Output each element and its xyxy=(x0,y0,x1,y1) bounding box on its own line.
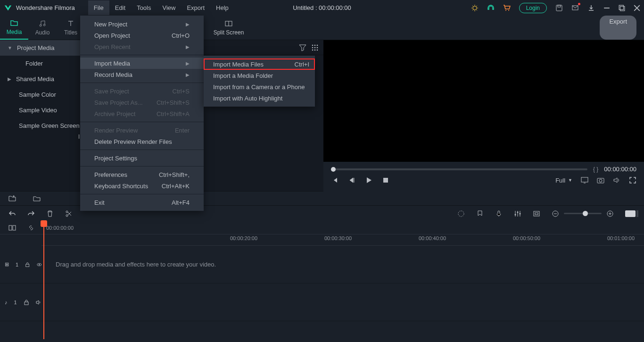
stop-button[interactable] xyxy=(382,176,389,184)
menu-open-project[interactable]: Open ProjectCtrl+O xyxy=(80,30,204,41)
svg-rect-36 xyxy=(13,225,16,230)
menu-delete-render-files[interactable]: Delete Preview Render Files xyxy=(80,136,204,147)
menu-new-project[interactable]: New Project▶ xyxy=(80,18,204,30)
menu-file[interactable]: File xyxy=(88,0,109,15)
menu-help[interactable]: Help xyxy=(210,0,234,15)
text-icon xyxy=(67,20,74,27)
sidebar-shared-media[interactable]: ▶Shared Media xyxy=(0,71,82,87)
message-icon[interactable] xyxy=(571,4,579,12)
cart-icon[interactable] xyxy=(503,4,511,12)
menu-save-project-as[interactable]: Save Project As...Ctrl+Shift+S xyxy=(80,97,204,108)
track-body[interactable] xyxy=(41,284,644,321)
track-body[interactable]: Drag and drop media and effects here to … xyxy=(41,246,644,283)
svg-point-26 xyxy=(458,211,464,217)
export-button[interactable]: Export xyxy=(600,16,636,40)
ruler-mark: 00:00:20:00 xyxy=(230,235,257,241)
video-track[interactable]: ⊞1 Drag and drop media and effects here … xyxy=(0,246,644,284)
sidebar-label: Project Media xyxy=(17,44,54,51)
eye-icon[interactable] xyxy=(37,261,41,268)
split-button[interactable] xyxy=(65,210,73,217)
fullscreen-icon[interactable] xyxy=(629,176,636,184)
login-button[interactable]: Login xyxy=(519,3,547,13)
chevron-down-icon: ▼ xyxy=(568,178,572,183)
menu-project-settings[interactable]: Project Settings xyxy=(80,152,204,164)
prev-frame-button[interactable] xyxy=(331,176,339,184)
ruler-mark: 00:00:50:00 xyxy=(513,235,540,241)
play-button[interactable] xyxy=(365,176,372,184)
zoom-in-button[interactable] xyxy=(606,210,614,217)
add-folder-icon[interactable] xyxy=(8,195,16,202)
menu-record-media[interactable]: Record Media▶ xyxy=(80,69,204,80)
submenu-import-folder[interactable]: Import a Media Folder xyxy=(204,70,315,81)
volume-icon[interactable] xyxy=(613,176,620,184)
sidebar-folder[interactable]: Folder xyxy=(0,56,82,71)
music-icon xyxy=(39,20,46,27)
sidebar-project-media[interactable]: ▼Project Media xyxy=(0,40,82,56)
scrub-slider[interactable] xyxy=(331,168,587,170)
submenu-arrow-icon: ▶ xyxy=(186,72,190,77)
menu-exit[interactable]: ExitAlt+F4 xyxy=(80,197,204,208)
playhead[interactable] xyxy=(43,221,44,339)
top-menu: File Edit Tools View Export Help xyxy=(88,0,234,15)
menu-open-recent[interactable]: Open Recent▶ xyxy=(80,41,204,52)
minimize-button[interactable] xyxy=(603,5,610,11)
sidebar-sample-color[interactable]: Sample Color xyxy=(0,87,82,102)
lock-icon[interactable] xyxy=(25,261,30,268)
filter-icon[interactable] xyxy=(299,44,306,51)
match-frame-icon[interactable] xyxy=(8,224,16,232)
chevron-right-icon: ▶ xyxy=(8,76,11,82)
voiceover-icon[interactable] xyxy=(495,210,503,217)
quality-dropdown[interactable]: Full▼ xyxy=(555,177,572,184)
support-icon[interactable] xyxy=(487,4,495,12)
menu-import-media[interactable]: Import Media▶ xyxy=(80,58,204,69)
tab-audio[interactable]: Audio xyxy=(28,16,57,40)
menu-keyboard-shortcuts[interactable]: Keyboard ShortcutsCtrl+Alt+K xyxy=(80,180,204,192)
menu-render-preview[interactable]: Render PreviewEnter xyxy=(80,125,204,136)
display-icon[interactable] xyxy=(581,176,588,184)
maximize-button[interactable] xyxy=(619,5,625,11)
submenu-import-files[interactable]: Import Media FilesCtrl+I xyxy=(204,58,315,70)
menu-archive-project[interactable]: Archive ProjectCtrl+Shift+A xyxy=(80,108,204,119)
crop-icon[interactable] xyxy=(533,210,540,217)
render-icon[interactable] xyxy=(457,210,465,217)
tab-split-screen[interactable]: Split Screen xyxy=(207,16,250,40)
lock-icon[interactable] xyxy=(24,299,29,306)
audio-track[interactable]: ♪1 xyxy=(0,284,644,321)
menu-tools[interactable]: Tools xyxy=(131,0,157,15)
close-button[interactable] xyxy=(634,5,640,11)
sidebar-sample-video[interactable]: Sample Video xyxy=(0,102,82,118)
sidebar-sample-green-screen[interactable]: Sample Green Screen xyxy=(0,118,82,133)
menu-view[interactable]: View xyxy=(157,0,181,15)
tab-label: Titles xyxy=(64,29,77,36)
open-folder-icon[interactable] xyxy=(33,195,41,202)
menu-preferences[interactable]: PreferencesCtrl+Shift+, xyxy=(80,169,204,180)
tab-label: Audio xyxy=(35,29,50,36)
zoom-out-button[interactable] xyxy=(552,210,559,217)
save-icon[interactable] xyxy=(555,4,563,12)
timeline-ruler[interactable]: 00:00:20:00 00:00:30:00 00:00:40:00 00:0… xyxy=(41,234,644,246)
redo-button[interactable] xyxy=(27,210,35,217)
download-icon[interactable] xyxy=(587,4,595,12)
link-icon[interactable] xyxy=(27,224,35,232)
delete-button[interactable] xyxy=(46,210,54,217)
menu-separator xyxy=(80,194,204,194)
svg-rect-32 xyxy=(535,213,538,215)
zoom-slider[interactable] xyxy=(564,213,602,214)
menu-save-project[interactable]: Save ProjectCtrl+S xyxy=(80,85,204,97)
submenu-import-camera[interactable]: Import from a Camera or a Phone xyxy=(204,81,315,92)
marker-icon[interactable] xyxy=(476,210,484,217)
undo-button[interactable] xyxy=(8,210,16,217)
step-back-button[interactable] xyxy=(348,176,355,184)
mixer-icon[interactable] xyxy=(514,210,521,217)
thumbnail-toggle[interactable] xyxy=(625,210,636,217)
mute-icon[interactable] xyxy=(36,299,41,306)
tab-media[interactable]: Media xyxy=(0,16,28,40)
svg-rect-35 xyxy=(9,225,12,230)
menu-export[interactable]: Export xyxy=(181,0,210,15)
submenu-import-highlight[interactable]: Import with Auto Highlight xyxy=(204,92,315,104)
grid-icon[interactable] xyxy=(311,44,319,51)
tips-icon[interactable] xyxy=(471,4,479,12)
menu-edit[interactable]: Edit xyxy=(109,0,131,15)
snapshot-icon[interactable] xyxy=(597,176,604,184)
folder-icon xyxy=(10,19,18,27)
